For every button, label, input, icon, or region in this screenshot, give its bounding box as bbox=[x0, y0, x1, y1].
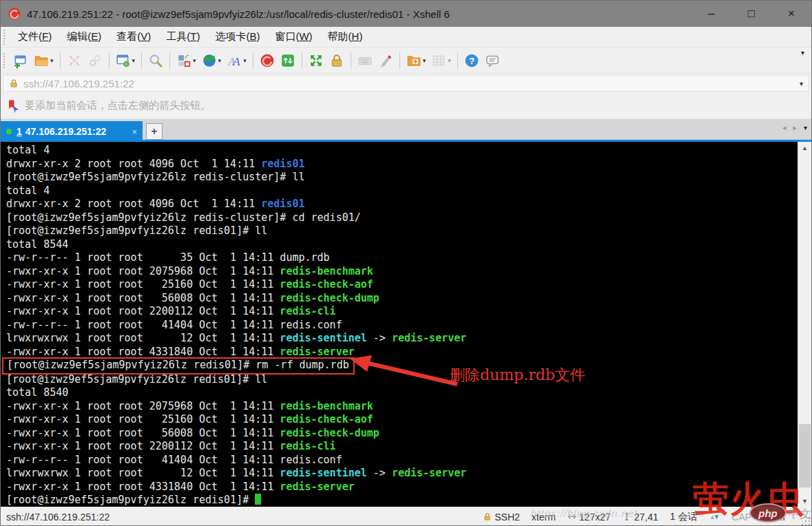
terminal-scrollbar[interactable]: ▲ ▼ bbox=[798, 142, 811, 507]
terminal-line: [root@izwz9ef5sjam9pvfyiz26lz redis01]# … bbox=[6, 224, 798, 238]
terminal-line: total 8540 bbox=[6, 386, 798, 400]
menu-item-view[interactable]: 查看(V) bbox=[109, 28, 158, 46]
close-button[interactable]: × bbox=[771, 1, 811, 27]
grid-button: ▾ bbox=[429, 52, 453, 70]
comment-button[interactable] bbox=[483, 52, 502, 70]
resize-grip[interactable] bbox=[800, 516, 810, 525]
xshell-button[interactable] bbox=[258, 52, 277, 70]
tab-close-icon[interactable]: × bbox=[132, 127, 137, 137]
new-file-button[interactable]: ▾ bbox=[404, 52, 428, 70]
dropdown-caret-icon[interactable]: ▾ bbox=[193, 57, 196, 64]
terminal-line: -rwxr-xr-x 1 root root 56008 Oct 1 14:11… bbox=[6, 427, 798, 441]
download-arrow-icon[interactable]: ▼ bbox=[713, 513, 720, 520]
open-folder-icon bbox=[34, 53, 49, 68]
terminal-line: lrwxrwxrwx 1 root root 12 Oct 1 14:11 re… bbox=[6, 332, 798, 346]
font-button[interactable]: AA▾ bbox=[225, 52, 249, 70]
dropdown-caret-icon[interactable]: ▾ bbox=[218, 57, 222, 64]
comment-icon bbox=[485, 53, 500, 68]
maximize-button[interactable]: □ bbox=[731, 1, 771, 27]
scrollbar-thumb[interactable] bbox=[799, 424, 811, 487]
menu-bar: 文件(F)编辑(E)查看(V)工具(T)选项卡(B)窗口(W)帮助(H) bbox=[1, 27, 811, 48]
menu-item-tools[interactable]: 工具(T) bbox=[158, 28, 207, 46]
terminal-line: -rwxr-xr-x 1 root root 4331840 Oct 1 14:… bbox=[6, 481, 798, 494]
toolbar-separator bbox=[351, 52, 351, 69]
disconnect-button bbox=[65, 52, 84, 70]
tab-label: 47.106.219.251:22 bbox=[25, 126, 128, 137]
menu-item-tab[interactable]: 选项卡(B) bbox=[207, 28, 267, 46]
toolbar-gripper bbox=[3, 53, 7, 68]
terminal-line: lrwxrwxrwx 1 root root 12 Oct 1 14:11 re… bbox=[6, 467, 798, 481]
new-session-button[interactable] bbox=[11, 52, 30, 70]
find-button[interactable] bbox=[146, 52, 165, 70]
highlighter-button[interactable] bbox=[376, 52, 395, 70]
toolbar-separator bbox=[60, 52, 61, 69]
layout-button[interactable]: ▾ bbox=[174, 52, 198, 70]
toolbar: ▾▾▾▾AA▾▾▾?▾ bbox=[1, 48, 811, 74]
tab-scroll-right-icon[interactable]: ▸ bbox=[793, 123, 797, 132]
menu-item-file[interactable]: 文件(F) bbox=[10, 28, 59, 46]
toolbar-overflow-icon[interactable]: ▾ bbox=[801, 48, 809, 56]
globe-button[interactable]: ▾ bbox=[200, 52, 224, 70]
session-properties-button[interactable]: ▾ bbox=[114, 52, 138, 70]
menu-item-help[interactable]: 帮助(H) bbox=[320, 28, 371, 46]
address-bar: ssh://47.106.219.251:22 ▾ bbox=[1, 74, 811, 93]
xftp-button[interactable] bbox=[278, 52, 298, 70]
toolbar-separator bbox=[109, 52, 110, 69]
lock-icon bbox=[329, 53, 344, 68]
new-tab-button[interactable]: + bbox=[146, 123, 163, 140]
notice-text: 要添加当前会话，点击左侧的箭头按钮。 bbox=[25, 99, 211, 112]
terminal-line: [root@izwz9ef5sjam9pvfyiz26lz redis01]# … bbox=[6, 359, 798, 373]
toolbar-separator bbox=[457, 52, 458, 69]
lock-button[interactable] bbox=[327, 52, 346, 70]
terminal-screen[interactable]: total 4drwxr-xr-x 2 root root 4096 Oct 1… bbox=[1, 142, 798, 507]
help-button[interactable]: ? bbox=[462, 52, 481, 70]
terminal-line: -rwxr-xr-x 1 root root 2075968 Oct 1 14:… bbox=[6, 265, 798, 279]
title-bar: 47.106.219.251:22 - root@izwz9ef5sjam9pv… bbox=[1, 1, 811, 27]
menu-item-window[interactable]: 窗口(W) bbox=[267, 28, 320, 46]
address-input[interactable]: ssh://47.106.219.251:22 ▾ bbox=[3, 75, 809, 92]
toolbar-separator bbox=[399, 52, 400, 69]
dropdown-caret-icon[interactable]: ▾ bbox=[423, 57, 426, 64]
keyboard-icon bbox=[357, 53, 373, 68]
terminal-line: drwxr-xr-x 2 root root 4096 Oct 1 14:11 … bbox=[6, 158, 798, 171]
layout-icon bbox=[176, 53, 191, 68]
window-title: 47.106.219.251:22 - root@izwz9ef5sjam9pv… bbox=[27, 8, 691, 20]
tab-session-1[interactable]: 1 47.106.219.251:22 × bbox=[1, 121, 143, 142]
terminal-line: -rw-r--r-- 1 root root 35 Oct 1 14:11 du… bbox=[6, 251, 798, 265]
connected-dot-icon bbox=[6, 129, 12, 134]
help-icon: ? bbox=[464, 53, 479, 68]
fullscreen-icon bbox=[309, 53, 324, 68]
status-terminal-type: xterm bbox=[532, 512, 556, 523]
menubar-gripper bbox=[3, 30, 7, 45]
scroll-down-icon[interactable]: ▼ bbox=[798, 495, 811, 507]
caret-position-icon bbox=[623, 512, 632, 521]
minimize-button[interactable]: – bbox=[691, 1, 731, 27]
xshell-icon bbox=[260, 53, 275, 68]
terminal-line: [root@izwz9ef5sjam9pvfyiz26lz redis-clus… bbox=[6, 171, 798, 185]
terminal-line: -rwxr-xr-x 1 root root 25160 Oct 1 14:11… bbox=[6, 278, 798, 292]
dropdown-caret-icon[interactable]: ▾ bbox=[132, 57, 136, 64]
keyboard-button bbox=[355, 52, 375, 70]
dropdown-caret-icon[interactable]: ▾ bbox=[243, 57, 247, 64]
scroll-up-icon[interactable]: ▲ bbox=[798, 142, 811, 154]
tab-scroll-left-icon[interactable]: ◂ bbox=[782, 123, 787, 132]
dropdown-caret-icon[interactable]: ▾ bbox=[448, 57, 451, 64]
terminal-cursor bbox=[255, 494, 261, 505]
lock-icon bbox=[483, 512, 492, 521]
new-file-icon bbox=[406, 53, 421, 68]
tab-list-dropdown-icon[interactable]: ▾ bbox=[804, 124, 807, 132]
svg-text:A: A bbox=[232, 54, 240, 68]
toolbar-separator bbox=[141, 52, 142, 69]
dropdown-caret-icon[interactable]: ▾ bbox=[50, 57, 54, 64]
session-properties-icon bbox=[116, 53, 131, 68]
open-folder-button[interactable]: ▾ bbox=[32, 52, 56, 70]
address-dropdown-icon[interactable]: ▾ bbox=[800, 80, 803, 87]
reconnect-button bbox=[85, 52, 105, 70]
fullscreen-button[interactable] bbox=[306, 52, 326, 70]
status-bar: ssh://47.106.219.251:22 SSH2 xterm 127x2… bbox=[1, 507, 811, 526]
menu-item-edit[interactable]: 编辑(E) bbox=[59, 28, 109, 46]
font-icon: AA bbox=[227, 53, 242, 68]
new-session-icon bbox=[13, 53, 28, 68]
toolbar-separator bbox=[253, 52, 253, 69]
reconnect-icon bbox=[87, 53, 103, 68]
